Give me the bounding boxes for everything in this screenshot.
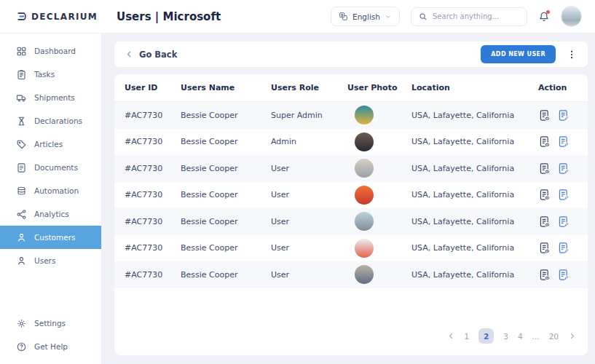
search-input[interactable]: [433, 12, 519, 20]
translate-icon: [339, 12, 348, 21]
language-selector[interactable]: English: [331, 7, 400, 26]
hourglass-icon: [16, 116, 27, 127]
view-user-button[interactable]: [538, 162, 551, 175]
table-row: #AC7730Bessie CooperUserUSA, Lafayette, …: [114, 208, 588, 235]
user-role-cell: User: [271, 243, 347, 253]
user-id-cell: #AC7730: [125, 164, 181, 173]
sidebar-item-label: Get Help: [34, 342, 68, 351]
sidebar-footer: SettingsGet Help: [0, 312, 101, 358]
notifications-bell-icon[interactable]: [538, 11, 550, 23]
sidebar-item-documents[interactable]: Documents: [0, 156, 101, 179]
toolbar: Go Back ADD NEW USER: [114, 41, 588, 67]
user-photo-avatar: [355, 159, 374, 178]
sidebar-item-articles[interactable]: Articles: [0, 132, 101, 156]
go-back-button[interactable]: Go Back: [125, 50, 177, 60]
sidebar-item-label: Automation: [34, 186, 79, 195]
user-role-cell: Admin: [271, 137, 347, 146]
view-user-button[interactable]: [538, 215, 551, 228]
help-icon: [16, 341, 27, 352]
view-user-button[interactable]: [538, 109, 551, 122]
next-page-button[interactable]: [568, 332, 576, 340]
edit-user-button[interactable]: [557, 109, 570, 122]
sidebar-item-customers[interactable]: Customers: [0, 226, 101, 249]
action-cell: [538, 189, 570, 201]
brand-logo: DECLARIUM: [0, 11, 102, 22]
action-cell: [538, 135, 570, 148]
column-header-user-id: User ID: [125, 83, 181, 92]
table-row: #AC7730Bessie CooperAdminUSA, Lafayette,…: [114, 129, 588, 156]
edit-user-button[interactable]: [557, 269, 570, 281]
clipboard-icon: [16, 69, 27, 80]
user-id-cell: #AC7730: [125, 190, 181, 199]
automation-icon: [16, 186, 27, 197]
table-row: #AC7730Bessie CooperUserUSA, Lafayette, …: [114, 261, 588, 288]
profile-avatar[interactable]: [561, 6, 582, 27]
table-row: #AC7730Bessie CooperUserUSA, Lafayette, …: [114, 155, 588, 182]
page-button-4[interactable]: 4: [518, 332, 523, 341]
prev-page-button[interactable]: [447, 332, 455, 340]
sidebar-item-dashboard[interactable]: Dashboard: [0, 39, 101, 63]
edit-user-button[interactable]: [557, 242, 570, 254]
user-photo-avatar: [355, 132, 374, 151]
user-name-cell: Bessie Cooper: [181, 270, 271, 280]
view-user-button[interactable]: [538, 242, 551, 254]
user-location-cell: USA, Lafayette, California: [411, 164, 538, 173]
action-cell: [538, 109, 570, 122]
page-button-1[interactable]: 1: [465, 332, 470, 341]
page-title: Users | Microsoft: [117, 10, 221, 23]
user-role-cell: User: [271, 164, 347, 173]
user-id-cell: #AC7730: [125, 217, 181, 226]
table-body: #AC7730Bessie CooperSuper AdminUSA, Lafa…: [114, 102, 588, 288]
user-location-cell: USA, Lafayette, California: [411, 137, 538, 146]
chevron-left-icon: [125, 50, 133, 58]
sidebar-item-shipments[interactable]: Shipments: [0, 86, 101, 109]
brand-name: DECLARIUM: [31, 12, 98, 22]
edit-user-button[interactable]: [557, 135, 570, 148]
user-id-cell: #AC7730: [125, 137, 181, 146]
sidebar-item-label: Customers: [34, 233, 75, 242]
user-photo-avatar: [355, 106, 374, 124]
user-name-cell: Bessie Cooper: [181, 243, 271, 253]
sidebar-item-label: Tasks: [34, 70, 55, 79]
kebab-menu-icon[interactable]: [567, 50, 577, 60]
pagination: 1234...20: [447, 328, 576, 344]
user-name-cell: Bessie Cooper: [181, 190, 271, 199]
user-location-cell: USA, Lafayette, California: [411, 270, 538, 280]
sidebar-item-automation[interactable]: Automation: [0, 179, 101, 202]
share-icon: [16, 209, 27, 220]
table-row: #AC7730Bessie CooperSuper AdminUSA, Lafa…: [114, 102, 588, 129]
person-icon: [16, 232, 27, 243]
view-user-button[interactable]: [538, 269, 551, 281]
sidebar-item-users[interactable]: Users: [0, 249, 101, 272]
sidebar-item-analytics[interactable]: Analytics: [0, 202, 101, 226]
edit-user-button[interactable]: [557, 189, 570, 201]
view-user-button[interactable]: [538, 135, 551, 148]
sidebar-nav: DashboardTasksShipmentsDeclarationsArtic…: [0, 39, 101, 272]
view-user-button[interactable]: [538, 189, 551, 201]
user-location-cell: USA, Lafayette, California: [411, 190, 538, 199]
users-table-card: User IDUsers NameUsers RoleUser PhotoLoc…: [114, 74, 588, 355]
page-button-20[interactable]: 20: [549, 332, 559, 341]
edit-user-button[interactable]: [557, 162, 570, 175]
user-location-cell: USA, Lafayette, California: [411, 243, 538, 253]
add-new-user-button[interactable]: ADD NEW USER: [481, 45, 556, 63]
grid-icon: [16, 46, 27, 57]
top-bar: DECLARIUM Users | Microsoft English: [0, 0, 595, 33]
user-photo-cell: [347, 212, 411, 231]
sidebar-item-label: Users: [34, 256, 55, 265]
column-header-location: Location: [411, 83, 538, 92]
chevron-down-icon: [385, 13, 392, 20]
sidebar-item-label: Shipments: [34, 93, 75, 102]
table-row: #AC7730Bessie CooperUserUSA, Lafayette, …: [114, 182, 588, 209]
user-name-cell: Bessie Cooper: [181, 111, 271, 120]
user-photo-cell: [347, 265, 411, 284]
sidebar-item-settings[interactable]: Settings: [0, 312, 101, 335]
user-photo-avatar: [355, 239, 374, 258]
sidebar-item-tasks[interactable]: Tasks: [0, 63, 101, 86]
edit-user-button[interactable]: [557, 215, 570, 228]
search-box: [411, 7, 527, 26]
page-button-3[interactable]: 3: [503, 332, 508, 341]
sidebar-item-declarations[interactable]: Declarations: [0, 109, 101, 132]
sidebar-item-get-help[interactable]: Get Help: [0, 335, 101, 358]
page-button-2[interactable]: 2: [478, 328, 494, 344]
